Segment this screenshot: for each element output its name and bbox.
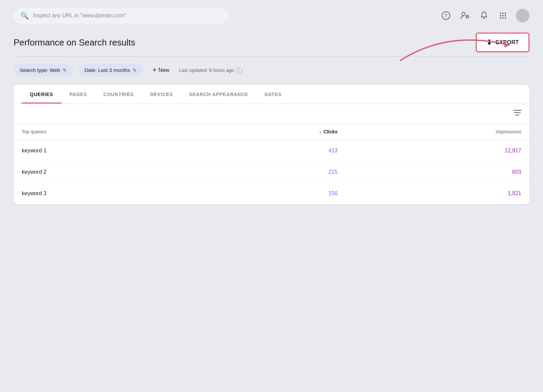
export-icon: ⬇ [486, 38, 492, 46]
people-settings-icon[interactable] [459, 10, 471, 22]
table-row: keyword 1 413 12,917 [14, 140, 529, 162]
impressions-cell: 603 [346, 162, 529, 183]
avatar[interactable] [516, 9, 529, 22]
date-chip[interactable]: Date: Last 3 months ✎ [78, 64, 143, 76]
new-button[interactable]: + New [148, 63, 173, 77]
tab-devices[interactable]: DEVICES [142, 85, 181, 104]
table-toolbar [14, 104, 529, 124]
search-type-edit-icon: ✎ [63, 68, 67, 73]
export-button[interactable]: ⬇ EXPORT [476, 33, 529, 52]
header-divider [14, 56, 529, 57]
search-type-chip[interactable]: Search type: Web ✎ [14, 64, 73, 76]
performance-card: QUERIES PAGES COUNTRIES DEVICES SEARCH A… [14, 85, 529, 204]
query-cell: keyword 3 [14, 183, 193, 204]
sort-arrow-icon: ↓ [319, 129, 321, 134]
impressions-cell: 1,821 [346, 183, 529, 204]
date-label: Date: Last 3 months [85, 67, 130, 73]
svg-point-5 [502, 13, 504, 14]
data-table: Top queries ↓ Clicks Impressions keyword… [14, 124, 529, 204]
svg-point-11 [502, 17, 504, 19]
clicks-cell: 156 [193, 183, 345, 204]
header-row: Performance on Search results ⬇ EXPORT [14, 33, 529, 52]
col-clicks-header: ↓ Clicks [193, 124, 345, 140]
last-updated-text: Last updated: 9 hours ago [179, 68, 234, 73]
filter-row: Search type: Web ✎ Date: Last 3 months ✎… [14, 63, 529, 77]
table-row: keyword 3 156 1,821 [14, 183, 529, 204]
tabs: QUERIES PAGES COUNTRIES DEVICES SEARCH A… [14, 85, 529, 104]
col-impressions-header: Impressions [346, 124, 529, 140]
tab-dates[interactable]: DATES [256, 85, 289, 104]
search-placeholder: Inspect any URL in "www.domain.com" [33, 13, 127, 19]
search-bar[interactable]: 🔍 Inspect any URL in "www.domain.com" [14, 7, 228, 24]
date-edit-icon: ✎ [133, 68, 137, 73]
grid-icon[interactable] [497, 10, 509, 22]
query-cell: keyword 1 [14, 140, 193, 162]
col-queries-header: Top queries [14, 124, 193, 140]
svg-point-12 [505, 17, 506, 19]
svg-point-2 [462, 12, 465, 16]
info-icon[interactable]: i [236, 67, 242, 73]
clicks-cell: 413 [193, 140, 345, 162]
top-bar-icons: ? [440, 9, 529, 22]
table-row: keyword 2 215 603 [14, 162, 529, 183]
query-cell: keyword 2 [14, 162, 193, 183]
page-title: Performance on Search results [14, 37, 135, 48]
filter-icon[interactable] [513, 109, 521, 118]
search-icon: 🔍 [20, 12, 29, 20]
export-label: EXPORT [495, 39, 519, 45]
svg-point-9 [505, 15, 506, 16]
last-updated: Last updated: 9 hours ago i [179, 67, 242, 73]
bell-icon[interactable] [478, 10, 490, 22]
tab-queries[interactable]: QUERIES [22, 85, 61, 104]
impressions-cell: 12,917 [346, 140, 529, 162]
svg-text:?: ? [445, 13, 447, 18]
search-type-label: Search type: Web [20, 67, 60, 73]
svg-point-10 [500, 17, 501, 19]
tab-search-appearance[interactable]: SEARCH APPEARANCE [181, 85, 256, 104]
new-label: New [158, 67, 169, 73]
svg-point-4 [500, 13, 501, 14]
top-bar: 🔍 Inspect any URL in "www.domain.com" ? [0, 0, 543, 29]
tab-countries[interactable]: COUNTRIES [95, 85, 142, 104]
clicks-cell: 215 [193, 162, 345, 183]
svg-point-8 [502, 15, 504, 16]
tab-pages[interactable]: PAGES [61, 85, 95, 104]
plus-icon: + [152, 66, 156, 74]
help-icon[interactable]: ? [440, 10, 452, 22]
svg-point-7 [500, 15, 501, 16]
table-header: Top queries ↓ Clicks Impressions [14, 124, 529, 140]
svg-point-6 [505, 13, 506, 14]
main-content: Performance on Search results ⬇ EXPORT S… [0, 29, 543, 218]
